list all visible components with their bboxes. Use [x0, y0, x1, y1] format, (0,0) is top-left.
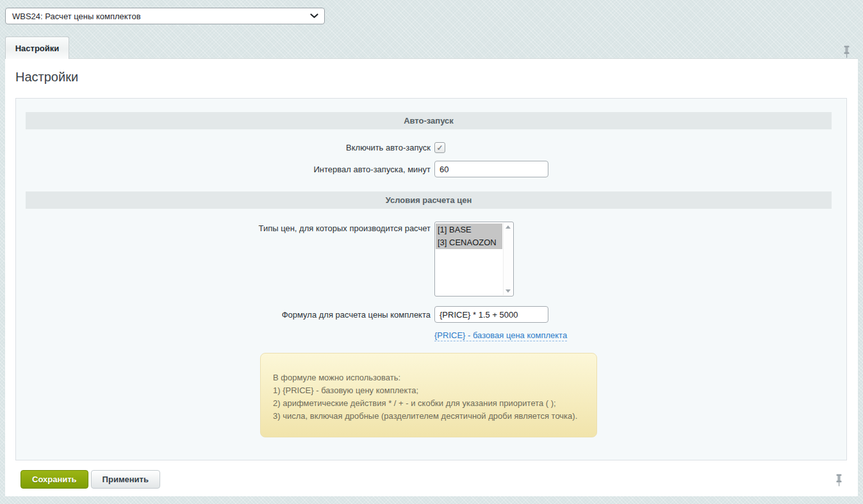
apply-button[interactable]: Применить — [91, 470, 160, 489]
field-label-formula: Формула для расчета цены комплекта — [16, 310, 431, 320]
section-header-autorun: Авто-запуск — [26, 112, 832, 129]
field-label-autorun-enable: Включить авто-запуск — [16, 143, 431, 152]
autorun-enable-checkbox[interactable]: ✓ — [434, 142, 445, 153]
scroll-down-icon[interactable] — [505, 289, 511, 293]
listbox-scrollbar[interactable] — [503, 223, 513, 295]
field-row-autorun-interval: Интервал авто-запуска, минут — [16, 161, 846, 177]
scroll-up-icon[interactable] — [505, 225, 511, 229]
note-line: 1) {PRICE} - базовую цену комплекта; — [273, 384, 584, 397]
pushpin-icon — [835, 474, 842, 487]
autorun-interval-input[interactable] — [434, 161, 548, 177]
pushpin-icon — [843, 45, 850, 58]
field-row-price-hint: {PRICE} - базовая цена комплекта — [16, 330, 846, 340]
field-row-formula: Формула для расчета цены комплекта — [16, 306, 846, 323]
settings-form: Авто-запуск Включить авто-запуск ✓ Интер… — [15, 98, 847, 460]
page-title: Настройки — [15, 69, 858, 85]
listbox-option-cenaozon[interactable]: [3] CENAOZON — [436, 236, 502, 249]
listbox-option-base[interactable]: [1] BASE — [436, 224, 502, 236]
note-line: 3) числа, включая дробные (разделителем … — [273, 410, 584, 423]
save-button[interactable]: Сохранить — [21, 470, 88, 489]
formula-input[interactable] — [434, 306, 548, 323]
tab-settings[interactable]: Настройки — [5, 37, 69, 59]
module-select[interactable]: WBS24: Расчет цены комплектов — [5, 8, 325, 24]
section-header-price-conditions: Условия расчета цен — [26, 191, 832, 209]
top-bar: WBS24: Расчет цены комплектов — [0, 0, 863, 32]
price-hint-link[interactable]: {PRICE} - базовая цена комплекта — [434, 330, 567, 341]
chevron-down-icon — [310, 13, 318, 19]
price-types-listbox[interactable]: [1] BASE [3] CENAOZON — [434, 222, 514, 297]
pin-icon-top[interactable] — [841, 45, 851, 59]
field-row-price-types: Типы цен, для которых производится расче… — [16, 222, 846, 297]
formula-note: В формуле можно использовать: 1) {PRICE}… — [260, 353, 597, 437]
check-icon: ✓ — [436, 144, 443, 152]
note-line: 2) арифметические действия * / + - и ско… — [273, 397, 584, 410]
footer-button-bar: Сохранить Применить — [21, 470, 858, 489]
field-label-price-types: Типы цен, для которых производится расче… — [16, 222, 431, 233]
field-label-autorun-interval: Интервал авто-запуска, минут — [16, 165, 431, 174]
note-line: В формуле можно использовать: — [273, 371, 584, 384]
module-select-value: WBS24: Расчет цены комплектов — [12, 12, 141, 21]
pin-icon-bottom[interactable] — [834, 473, 844, 487]
content-panel: Настройки Авто-запуск Включить авто-запу… — [5, 58, 858, 496]
tab-strip: Настройки — [0, 32, 863, 58]
field-row-autorun-enable: Включить авто-запуск ✓ — [16, 142, 846, 153]
